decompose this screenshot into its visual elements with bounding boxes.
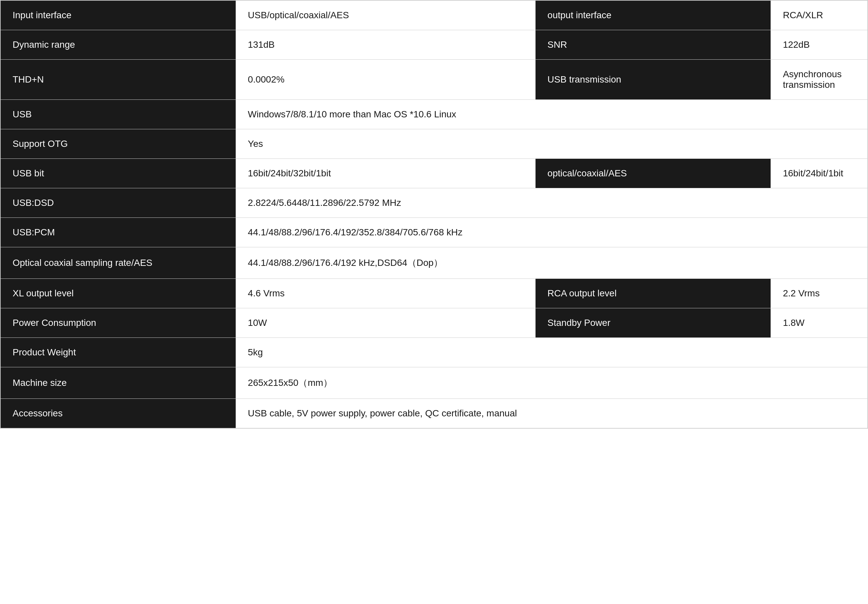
table-row: USB:PCM44.1/48/88.2/96/176.4/192/352.8/3… — [0, 218, 868, 247]
row-value-wide: Yes — [236, 129, 868, 159]
table-row: Dynamic range131dBSNR122dB — [0, 30, 868, 60]
spec-table: Input interfaceUSB/optical/coaxial/AESou… — [0, 0, 868, 429]
row-label-2: Standby Power — [535, 308, 770, 338]
row-label: Machine size — [0, 367, 236, 399]
row-value-wide: 5kg — [236, 338, 868, 367]
row-value-1: USB/optical/coaxial/AES — [236, 0, 535, 30]
table-row: Support OTGYes — [0, 129, 868, 159]
row-value-1: 16bit/24bit/32bit/1bit — [236, 159, 535, 188]
row-value-1: 4.6 Vrms — [236, 279, 535, 308]
table-row: AccessoriesUSB cable, 5V power supply, p… — [0, 399, 868, 429]
row-label-1: Power Consumption — [0, 308, 236, 338]
row-value-wide: 44.1/48/88.2/96/176.4/192/352.8/384/705.… — [236, 218, 868, 247]
row-label: USB — [0, 100, 236, 129]
row-value-1: 131dB — [236, 30, 535, 60]
row-value-1: 10W — [236, 308, 535, 338]
row-label-2: SNR — [535, 30, 770, 60]
row-value-wide: 44.1/48/88.2/96/176.4/192 kHz,DSD64（Dop） — [236, 247, 868, 279]
table-row: Machine size265x215x50（mm） — [0, 367, 868, 399]
row-label: USB:DSD — [0, 188, 236, 218]
row-label-1: Input interface — [0, 0, 236, 30]
row-label-2: output interface — [535, 0, 770, 30]
row-value-wide: 2.8224/5.6448/11.2896/22.5792 MHz — [236, 188, 868, 218]
row-label-2: RCA output level — [535, 279, 770, 308]
row-value-2: 2.2 Vrms — [771, 279, 868, 308]
row-label-1: Dynamic range — [0, 30, 236, 60]
row-label-1: USB bit — [0, 159, 236, 188]
table-row: USBWindows7/8/8.1/10 more than Mac OS *1… — [0, 100, 868, 129]
row-value-2: Asynchronous transmission — [771, 60, 868, 100]
table-row: USB bit16bit/24bit/32bit/1bitoptical/coa… — [0, 159, 868, 188]
table-row: Product Weight5kg — [0, 338, 868, 367]
row-value-2: 16bit/24bit/1bit — [771, 159, 868, 188]
row-label: Optical coaxial sampling rate/AES — [0, 247, 236, 279]
row-value-wide: 265x215x50（mm） — [236, 367, 868, 399]
row-label: Accessories — [0, 399, 236, 429]
row-label-1: XL output level — [0, 279, 236, 308]
row-label: Support OTG — [0, 129, 236, 159]
table-row: THD+N0.0002%USB transmissionAsynchronous… — [0, 60, 868, 100]
row-label: USB:PCM — [0, 218, 236, 247]
row-value-1: 0.0002% — [236, 60, 535, 100]
table-row: Optical coaxial sampling rate/AES44.1/48… — [0, 247, 868, 279]
table-row: XL output level4.6 VrmsRCA output level2… — [0, 279, 868, 308]
row-value-wide: Windows7/8/8.1/10 more than Mac OS *10.6… — [236, 100, 868, 129]
row-label-1: THD+N — [0, 60, 236, 100]
row-label-2: USB transmission — [535, 60, 770, 100]
row-value-2: RCA/XLR — [771, 0, 868, 30]
row-value-wide: USB cable, 5V power supply, power cable,… — [236, 399, 868, 429]
table-row: Input interfaceUSB/optical/coaxial/AESou… — [0, 0, 868, 30]
table-row: USB:DSD2.8224/5.6448/11.2896/22.5792 MHz — [0, 188, 868, 218]
row-label-2: optical/coaxial/AES — [535, 159, 770, 188]
table-row: Power Consumption10WStandby Power1.8W — [0, 308, 868, 338]
row-value-2: 122dB — [771, 30, 868, 60]
row-value-2: 1.8W — [771, 308, 868, 338]
row-label: Product Weight — [0, 338, 236, 367]
